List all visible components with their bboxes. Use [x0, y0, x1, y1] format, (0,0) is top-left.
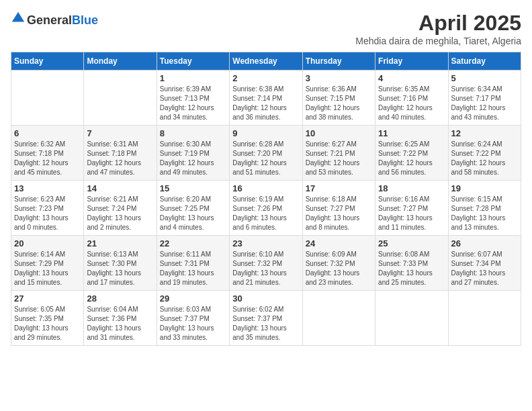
day-info: Sunrise: 6:14 AM Sunset: 7:29 PM Dayligh…: [14, 250, 81, 287]
day-number: 15: [160, 183, 226, 193]
day-number: 5: [451, 73, 518, 83]
day-info: Sunrise: 6:16 AM Sunset: 7:27 PM Dayligh…: [378, 195, 445, 232]
day-info: Sunrise: 6:09 AM Sunset: 7:32 PM Dayligh…: [306, 250, 372, 287]
calendar-cell: 23Sunrise: 6:10 AM Sunset: 7:32 PM Dayli…: [230, 236, 302, 291]
days-header-row: SundayMondayTuesdayWednesdayThursdayFrid…: [11, 52, 521, 71]
day-info: Sunrise: 6:19 AM Sunset: 7:26 PM Dayligh…: [232, 195, 299, 232]
day-info: Sunrise: 6:13 AM Sunset: 7:30 PM Dayligh…: [87, 250, 153, 287]
calendar-cell: 15Sunrise: 6:20 AM Sunset: 7:25 PM Dayli…: [157, 181, 229, 236]
calendar-cell: [302, 291, 375, 346]
day-info: Sunrise: 6:27 AM Sunset: 7:21 PM Dayligh…: [306, 140, 372, 177]
logo-icon: [11, 11, 26, 26]
day-number: 16: [232, 183, 299, 193]
day-number: 9: [232, 128, 299, 138]
svg-marker-0: [12, 12, 24, 22]
day-info: Sunrise: 6:11 AM Sunset: 7:31 PM Dayligh…: [160, 250, 226, 287]
day-info: Sunrise: 6:05 AM Sunset: 7:35 PM Dayligh…: [14, 305, 81, 342]
day-number: 8: [160, 128, 226, 138]
day-info: Sunrise: 6:08 AM Sunset: 7:33 PM Dayligh…: [378, 250, 445, 287]
calendar-cell: [11, 71, 84, 126]
calendar-cell: 27Sunrise: 6:05 AM Sunset: 7:35 PM Dayli…: [11, 291, 84, 346]
day-number: 25: [378, 238, 445, 248]
calendar-cell: 9Sunrise: 6:28 AM Sunset: 7:20 PM Daylig…: [230, 126, 302, 181]
day-header-saturday: Saturday: [448, 52, 521, 71]
day-number: 29: [160, 293, 226, 304]
day-info: Sunrise: 6:30 AM Sunset: 7:19 PM Dayligh…: [160, 140, 226, 177]
day-info: Sunrise: 6:24 AM Sunset: 7:22 PM Dayligh…: [451, 140, 518, 177]
calendar-cell: [448, 291, 521, 346]
calendar-cell: 4Sunrise: 6:35 AM Sunset: 7:16 PM Daylig…: [375, 71, 448, 126]
day-number: 2: [232, 73, 299, 83]
calendar-cell: 17Sunrise: 6:18 AM Sunset: 7:27 PM Dayli…: [302, 181, 375, 236]
day-header-friday: Friday: [375, 52, 448, 71]
calendar-cell: 18Sunrise: 6:16 AM Sunset: 7:27 PM Dayli…: [375, 181, 448, 236]
day-header-tuesday: Tuesday: [157, 52, 229, 71]
day-number: 27: [14, 293, 81, 304]
calendar-cell: [375, 291, 448, 346]
calendar-title: April 2025: [355, 11, 521, 36]
calendar-cell: [84, 71, 157, 126]
day-info: Sunrise: 6:18 AM Sunset: 7:27 PM Dayligh…: [306, 195, 372, 232]
calendar-cell: 19Sunrise: 6:15 AM Sunset: 7:28 PM Dayli…: [448, 181, 521, 236]
day-number: 1: [160, 73, 226, 83]
calendar-cell: 1Sunrise: 6:39 AM Sunset: 7:13 PM Daylig…: [157, 71, 229, 126]
day-info: Sunrise: 6:39 AM Sunset: 7:13 PM Dayligh…: [160, 85, 226, 122]
calendar-cell: 24Sunrise: 6:09 AM Sunset: 7:32 PM Dayli…: [302, 236, 375, 291]
logo-text-blue: Blue: [72, 13, 98, 27]
day-number: 30: [232, 293, 299, 304]
calendar-cell: 28Sunrise: 6:04 AM Sunset: 7:36 PM Dayli…: [84, 291, 157, 346]
day-number: 12: [451, 128, 518, 138]
week-row-4: 20Sunrise: 6:14 AM Sunset: 7:29 PM Dayli…: [11, 236, 521, 291]
day-number: 19: [451, 183, 518, 193]
day-header-wednesday: Wednesday: [230, 52, 302, 71]
calendar-cell: 14Sunrise: 6:21 AM Sunset: 7:24 PM Dayli…: [84, 181, 157, 236]
day-info: Sunrise: 6:38 AM Sunset: 7:14 PM Dayligh…: [232, 85, 299, 122]
logo: GeneralBlue: [11, 11, 98, 30]
day-number: 14: [87, 183, 153, 193]
calendar-cell: 30Sunrise: 6:02 AM Sunset: 7:37 PM Dayli…: [230, 291, 302, 346]
day-info: Sunrise: 6:07 AM Sunset: 7:34 PM Dayligh…: [451, 250, 518, 287]
day-number: 13: [14, 183, 81, 193]
day-number: 22: [160, 238, 226, 248]
calendar-cell: 8Sunrise: 6:30 AM Sunset: 7:19 PM Daylig…: [157, 126, 229, 181]
calendar-cell: 16Sunrise: 6:19 AM Sunset: 7:26 PM Dayli…: [230, 181, 302, 236]
week-row-5: 27Sunrise: 6:05 AM Sunset: 7:35 PM Dayli…: [11, 291, 521, 346]
calendar-cell: 6Sunrise: 6:32 AM Sunset: 7:18 PM Daylig…: [11, 126, 84, 181]
day-number: 7: [87, 128, 153, 138]
day-number: 24: [306, 238, 372, 248]
day-number: 26: [451, 238, 518, 248]
day-number: 3: [306, 73, 372, 83]
day-number: 11: [378, 128, 445, 138]
calendar-cell: 26Sunrise: 6:07 AM Sunset: 7:34 PM Dayli…: [448, 236, 521, 291]
calendar-cell: 11Sunrise: 6:25 AM Sunset: 7:22 PM Dayli…: [375, 126, 448, 181]
day-info: Sunrise: 6:23 AM Sunset: 7:23 PM Dayligh…: [14, 195, 81, 232]
day-number: 17: [306, 183, 372, 193]
week-row-1: 1Sunrise: 6:39 AM Sunset: 7:13 PM Daylig…: [11, 71, 521, 126]
day-info: Sunrise: 6:02 AM Sunset: 7:37 PM Dayligh…: [232, 305, 299, 342]
calendar-cell: 3Sunrise: 6:36 AM Sunset: 7:15 PM Daylig…: [302, 71, 375, 126]
day-number: 21: [87, 238, 153, 248]
day-info: Sunrise: 6:28 AM Sunset: 7:20 PM Dayligh…: [232, 140, 299, 177]
day-info: Sunrise: 6:10 AM Sunset: 7:32 PM Dayligh…: [232, 250, 299, 287]
week-row-3: 13Sunrise: 6:23 AM Sunset: 7:23 PM Dayli…: [11, 181, 521, 236]
calendar-cell: 2Sunrise: 6:38 AM Sunset: 7:14 PM Daylig…: [230, 71, 302, 126]
page-header: GeneralBlue April 2025 Mehdia daira de m…: [11, 11, 521, 46]
day-info: Sunrise: 6:04 AM Sunset: 7:36 PM Dayligh…: [87, 305, 153, 342]
day-number: 23: [232, 238, 299, 248]
calendar-subtitle: Mehdia daira de meghila, Tiaret, Algeria: [355, 36, 521, 46]
day-info: Sunrise: 6:25 AM Sunset: 7:22 PM Dayligh…: [378, 140, 445, 177]
calendar-cell: 29Sunrise: 6:03 AM Sunset: 7:37 PM Dayli…: [157, 291, 229, 346]
calendar-cell: 5Sunrise: 6:34 AM Sunset: 7:17 PM Daylig…: [448, 71, 521, 126]
day-info: Sunrise: 6:15 AM Sunset: 7:28 PM Dayligh…: [451, 195, 518, 232]
day-info: Sunrise: 6:35 AM Sunset: 7:16 PM Dayligh…: [378, 85, 445, 122]
title-block: April 2025 Mehdia daira de meghila, Tiar…: [355, 11, 521, 46]
day-header-sunday: Sunday: [11, 52, 84, 71]
day-info: Sunrise: 6:31 AM Sunset: 7:18 PM Dayligh…: [87, 140, 153, 177]
day-header-thursday: Thursday: [302, 52, 375, 71]
day-info: Sunrise: 6:20 AM Sunset: 7:25 PM Dayligh…: [160, 195, 226, 232]
day-number: 18: [378, 183, 445, 193]
day-number: 28: [87, 293, 153, 304]
day-info: Sunrise: 6:36 AM Sunset: 7:15 PM Dayligh…: [306, 85, 372, 122]
day-info: Sunrise: 6:32 AM Sunset: 7:18 PM Dayligh…: [14, 140, 81, 177]
calendar-cell: 7Sunrise: 6:31 AM Sunset: 7:18 PM Daylig…: [84, 126, 157, 181]
